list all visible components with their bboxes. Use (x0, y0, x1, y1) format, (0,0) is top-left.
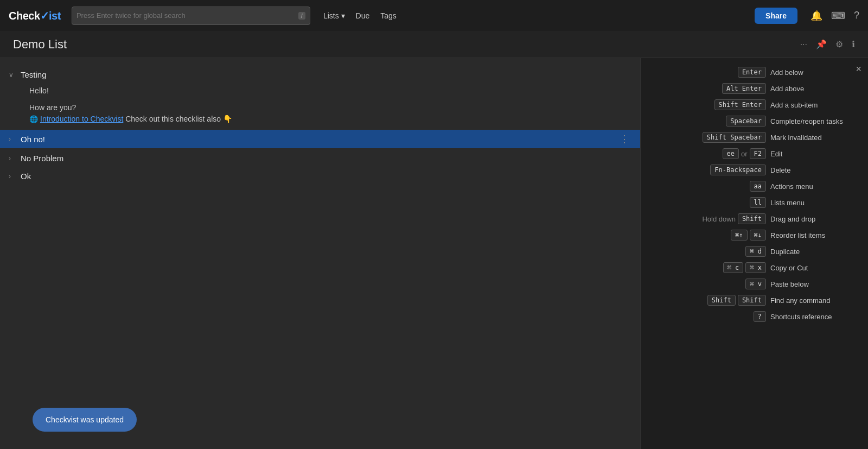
shortcut-keys-lists: ll (750, 197, 766, 208)
shortcut-keys-actions: aa (750, 181, 766, 192)
shortcut-keys-shortcuts: ? (754, 311, 766, 322)
shortcut-row-shortcuts: ? Shortcuts reference (652, 311, 857, 322)
search-box[interactable]: / (72, 7, 310, 25)
kbd-or: or (741, 150, 748, 158)
keyboard-icon[interactable]: ⌨ (831, 10, 845, 22)
list-section-noproblem: › No Problem (0, 150, 640, 166)
shortcut-label-drag: Drag and drop (770, 215, 857, 223)
shortcut-row-copycut: ⌘ c ⌘ x Copy or Cut (652, 262, 857, 273)
help-icon[interactable]: ? (854, 10, 859, 21)
section-label-ohno: Oh no! (21, 135, 45, 144)
shortcut-label-lists: Lists menu (770, 199, 857, 207)
shortcut-label-copycut: Copy or Cut (770, 264, 857, 272)
kbd-cmd-d: ⌘ d (745, 246, 766, 257)
kbd-aa: aa (750, 181, 766, 192)
nav-links: Lists ▾ Due Tags (323, 11, 397, 20)
shortcut-label-reorder: Reorder list items (770, 231, 857, 239)
list-section-ohno: › Oh no! ⋮ (0, 130, 640, 148)
shortcut-row-reorder: ⌘↑ ⌘↓ Reorder list items (652, 230, 857, 241)
item-menu-icon[interactable]: ⋮ (617, 133, 631, 145)
shortcut-label-altenter: Add above (770, 85, 857, 93)
kbd-shiftenter: Shift Enter (714, 99, 766, 110)
shortcut-row-findcmd: Shift Shift Find any command (652, 295, 857, 306)
shortcut-row-enter: Enter Add below (652, 67, 857, 78)
kbd-holddown: Hold down (702, 215, 735, 223)
shortcut-label-paste: Paste below (770, 280, 857, 288)
search-input[interactable] (76, 11, 296, 20)
panel-close-button[interactable]: × (856, 64, 861, 75)
nav-lists[interactable]: Lists ▾ (323, 11, 345, 20)
chevron-right-icon-3: › (9, 173, 16, 180)
sub-item-how-are-you: How are you? 🌐Introduction to Checkvist … (0, 99, 640, 128)
kbd-cmd-down: ⌘↓ (750, 230, 766, 241)
kbd-cmd-up: ⌘↑ (731, 230, 747, 241)
shortcut-label-spacebar: Complete/reopen tasks (770, 117, 857, 125)
shortcut-keys-shiftenter: Shift Enter (714, 99, 766, 110)
shortcut-keys-duplicate: ⌘ d (745, 246, 766, 257)
kbd-shift-drag: Shift (738, 213, 766, 224)
sub-item-text-how: How are you? (29, 102, 232, 113)
search-slash-icon: / (298, 12, 305, 20)
share-button[interactable]: Share (755, 8, 797, 24)
shortcut-keys-reorder: ⌘↑ ⌘↓ (731, 230, 766, 241)
chevron-down-icon: ∨ (9, 71, 16, 79)
settings-icon[interactable]: ⚙ (835, 39, 843, 49)
topnav: Check✓ist / Lists ▾ Due Tags Share 🔔 ⌨ ? (0, 0, 868, 31)
info-icon[interactable]: ℹ (852, 39, 855, 49)
shortcut-keys-copycut: ⌘ c ⌘ x (723, 262, 766, 273)
nav-tags[interactable]: Tags (380, 11, 397, 20)
kbd-shift2: Shift (738, 295, 766, 306)
shortcut-keys-enter: Enter (738, 67, 766, 78)
shortcut-keys-edit: ee or F2 (723, 148, 766, 159)
shortcut-label-enter: Add below (770, 68, 857, 77)
shortcut-keys-altenter: Alt Enter (722, 83, 766, 94)
app-logo[interactable]: Check✓ist (9, 9, 61, 22)
subheader-icons: ··· 📌 ⚙ ℹ (800, 39, 855, 49)
shortcut-row-delete: Fn-Backspace Delete (652, 165, 857, 175)
sub-item-link-row: 🌐Introduction to Checkvist Check out thi… (29, 113, 232, 125)
section-label-ok: Ok (21, 172, 31, 181)
toast-notification: Checkvist was updated (33, 408, 137, 432)
list-section-ok: › Ok (0, 168, 640, 184)
shortcut-label-edit: Edit (770, 150, 857, 158)
kbd-question: ? (754, 311, 766, 322)
pin-icon[interactable]: 📌 (816, 39, 827, 49)
shortcut-row-altenter: Alt Enter Add above (652, 83, 857, 94)
intro-link[interactable]: Introduction to Checkvist (40, 115, 123, 123)
kbd-spacebar: Spacebar (726, 116, 766, 127)
list-item-ohno[interactable]: › Oh no! ⋮ (0, 130, 640, 148)
page-title: Demo List (13, 37, 800, 52)
shortcuts-panel: × Enter Add below Alt Enter Add above Sh… (640, 58, 868, 449)
list-area: ∨ Testing Hello! How are you? 🌐Introduct… (0, 58, 640, 449)
kbd-ee: ee (723, 148, 739, 159)
shortcut-row-shiftspacebar: Shift Spacebar Mark invalidated (652, 132, 857, 143)
shortcut-row-shiftenter: Shift Enter Add a sub-item (652, 99, 857, 110)
shortcut-row-duplicate: ⌘ d Duplicate (652, 246, 857, 257)
kbd-enter: Enter (738, 67, 766, 78)
chevron-right-icon-2: › (9, 155, 16, 162)
section-label-testing: Testing (21, 70, 47, 79)
shortcut-row-lists: ll Lists menu (652, 197, 857, 208)
shortcut-keys-spacebar: Spacebar (726, 116, 766, 127)
list-item-testing[interactable]: ∨ Testing (0, 67, 640, 83)
list-item-ok[interactable]: › Ok (0, 168, 640, 184)
shortcut-keys-findcmd: Shift Shift (707, 295, 766, 306)
logo-highlight: ✓ist (40, 10, 61, 22)
topnav-icons: 🔔 ⌨ ? (810, 10, 859, 22)
shortcut-row-edit: ee or F2 Edit (652, 148, 857, 159)
nav-due[interactable]: Due (356, 11, 370, 20)
more-options-icon[interactable]: ··· (800, 40, 807, 49)
main-area: ∨ Testing Hello! How are you? 🌐Introduct… (0, 58, 868, 449)
kbd-ll: ll (750, 197, 766, 208)
sub-item-hello: Hello! (0, 83, 640, 99)
link-suffix: Check out this checklist also 👇 (123, 115, 232, 123)
kbd-cmd-v: ⌘ v (745, 279, 766, 289)
notifications-icon[interactable]: 🔔 (810, 10, 822, 22)
shortcut-label-shortcuts: Shortcuts reference (770, 313, 857, 321)
list-item-noproblem[interactable]: › No Problem (0, 150, 640, 166)
subheader: Demo List ··· 📌 ⚙ ℹ (0, 31, 868, 58)
chevron-right-icon: › (9, 135, 16, 143)
kbd-cmd-c: ⌘ c (723, 262, 744, 273)
shortcut-keys-paste: ⌘ v (745, 279, 766, 289)
shortcut-row-spacebar: Spacebar Complete/reopen tasks (652, 116, 857, 127)
